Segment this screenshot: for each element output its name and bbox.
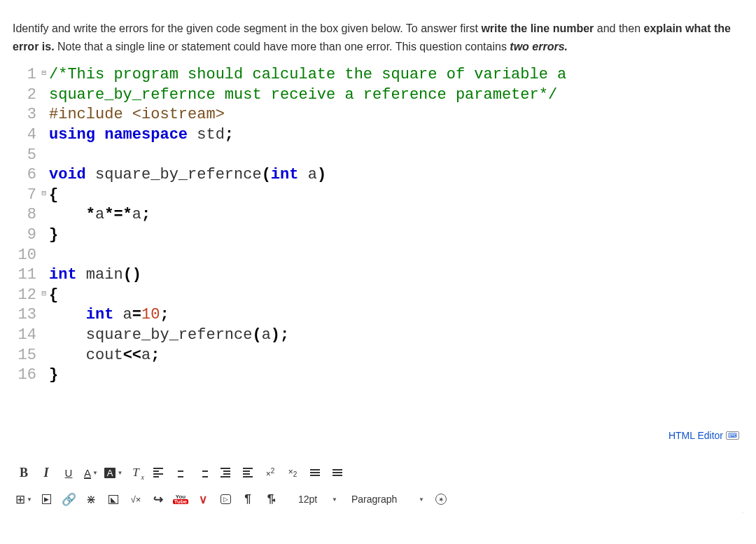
q-emph-1: two errors. <box>510 41 568 53</box>
chevron-down-icon: ▼ <box>27 496 32 503</box>
redo-arrow-icon: ↪ <box>153 492 163 507</box>
code-content: } <box>38 365 58 386</box>
unlink-icon: ⋇ <box>86 492 96 507</box>
code-content: void square_by_refernce(int a) <box>38 165 326 186</box>
line-number: 2 <box>13 85 38 106</box>
code-content: #include <iostream> <box>38 105 225 125</box>
align-center-button[interactable] <box>171 463 190 482</box>
youtube-button[interactable]: YouTube <box>171 490 190 508</box>
underline-button[interactable]: U <box>59 463 78 482</box>
code-line: 2square_by_refernce must receive a refer… <box>13 85 743 106</box>
image-icon: ◣ <box>108 495 118 504</box>
code-content: { <box>38 286 58 306</box>
editor-toolbar: B I U A▼ A▼ Tx ×2 ×2 ⊞▼ ▶ 🔗 ⋇ ◣ √× ↪ You… <box>13 459 743 513</box>
bold-button[interactable]: B <box>14 463 34 482</box>
code-line: 9} <box>13 225 743 246</box>
q-text-2: and then <box>594 22 643 34</box>
code-line: 8 *a*=*a; <box>13 205 743 225</box>
code-line: 12⊟{ <box>13 286 743 306</box>
code-content: using namespace std; <box>38 125 234 146</box>
line-number: 15 <box>13 346 38 366</box>
line-number: 9 <box>13 225 38 246</box>
table-icon: ⊞ <box>15 492 25 507</box>
align-right-button[interactable] <box>193 463 213 482</box>
subscript-button[interactable]: ×2 <box>283 463 302 482</box>
question-prompt: Identify and write the errors for the gi… <box>13 20 743 55</box>
q-text-3: Note that a single line or statement cou… <box>55 41 510 53</box>
code-line: 7⊟{ <box>13 186 743 206</box>
rtl-button[interactable]: ¶◂ <box>260 490 280 508</box>
vee-icon: ∨ <box>199 492 207 507</box>
numbered-list-button[interactable] <box>328 463 347 482</box>
code-line: 15 cout<<a; <box>13 346 743 366</box>
link-button[interactable]: 🔗 <box>59 490 78 508</box>
line-number: 12⊟ <box>13 286 38 306</box>
outdent-button[interactable] <box>216 463 235 482</box>
code-content <box>38 246 49 266</box>
vee-button[interactable]: ∨ <box>193 490 213 508</box>
align-left-button[interactable] <box>148 463 168 482</box>
paragraph-value: Paragraph <box>351 494 397 505</box>
code-line: 11int main() <box>13 265 743 286</box>
unlink-button[interactable]: ⋇ <box>81 490 101 508</box>
play-box-icon: ▶ <box>42 494 51 504</box>
chevron-down-icon: ▼ <box>117 470 122 476</box>
sqrt-icon: √× <box>131 494 141 505</box>
italic-button[interactable]: I <box>36 463 56 482</box>
code-line: 14 square_by_refernce(a); <box>13 326 743 346</box>
font-size-select[interactable]: 12pt ▼ <box>291 490 342 508</box>
code-line: 3#include <iostream> <box>13 105 743 125</box>
chevron-down-icon: ▼ <box>419 496 424 503</box>
text-color-button[interactable]: A▼ <box>81 463 101 482</box>
table-button[interactable]: ⊞▼ <box>14 490 34 508</box>
code-line: 1⊟/*This program should calculate the sq… <box>13 65 743 85</box>
code-block: 1⊟/*This program should calculate the sq… <box>13 65 743 386</box>
pilcrow-icon: ¶ <box>244 492 251 506</box>
equation-button[interactable]: √× <box>126 490 146 508</box>
q-text-1: Identify and write the errors for the gi… <box>13 22 481 34</box>
keyboard-icon: ⌨ <box>726 431 739 440</box>
line-number: 10 <box>13 246 38 266</box>
line-number: 11 <box>13 265 38 286</box>
image-button[interactable]: ◣ <box>104 490 123 508</box>
bg-color-button[interactable]: A▼ <box>104 463 123 482</box>
bullet-list-button[interactable] <box>305 463 325 482</box>
superscript-button[interactable]: ×2 <box>260 463 280 482</box>
line-number: 6 <box>13 165 38 186</box>
code-line: 10 <box>13 246 743 266</box>
code-line: 4using namespace std; <box>13 125 743 146</box>
code-content: *a*=*a; <box>38 205 150 225</box>
ltr-button[interactable]: ¶ <box>238 490 258 508</box>
paragraph-select[interactable]: Paragraph ▼ <box>344 490 428 508</box>
code-line: 6void square_by_refernce(int a) <box>13 165 743 186</box>
play-circle-icon: ▷ <box>220 494 231 504</box>
accessibility-button[interactable]: ✶ <box>431 490 451 508</box>
indent-button[interactable] <box>238 463 258 482</box>
code-content: int main() <box>38 265 141 286</box>
toolbar-row-1: B I U A▼ A▼ Tx ×2 ×2 <box>13 459 743 486</box>
code-content: /*This program should calculate the squa… <box>38 65 566 85</box>
code-line: 13 int a=10; <box>13 305 743 326</box>
code-line: 16} <box>13 365 743 386</box>
code-content: cout<<a; <box>38 346 160 366</box>
line-number: 7⊟ <box>13 186 38 206</box>
font-size-value: 12pt <box>298 494 317 505</box>
code-content <box>38 146 49 166</box>
line-number: 1⊟ <box>13 65 38 85</box>
html-editor-link[interactable]: HTML Editor ⌨ <box>668 430 739 441</box>
play-button[interactable]: ▷ <box>216 490 235 508</box>
chevron-down-icon: ▼ <box>332 496 337 503</box>
toolbar-row-2: ⊞▼ ▶ 🔗 ⋇ ◣ √× ↪ YouTube ∨ ▷ ¶ ¶◂ 12pt ▼ … <box>13 486 743 512</box>
youtube-icon: YouTube <box>173 494 189 504</box>
line-number: 3 <box>13 105 38 125</box>
arrow-button[interactable]: ↪ <box>148 490 168 508</box>
code-content: { <box>38 186 58 206</box>
line-number: 5 <box>13 146 38 166</box>
line-number: 13 <box>13 305 38 326</box>
media-button[interactable]: ▶ <box>36 490 56 508</box>
html-editor-label: HTML Editor <box>668 430 723 441</box>
accessibility-icon: ✶ <box>435 494 447 505</box>
code-line: 5 <box>13 146 743 166</box>
clear-format-button[interactable]: Tx <box>126 463 146 482</box>
line-number: 14 <box>13 326 38 346</box>
